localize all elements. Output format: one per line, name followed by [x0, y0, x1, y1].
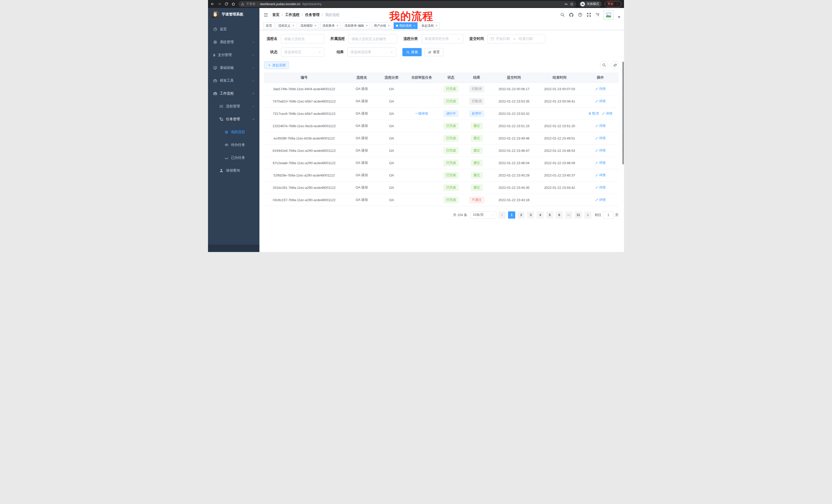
sidebar-item-system[interactable]: 系统管理	[208, 36, 259, 49]
hamburger-icon[interactable]	[263, 12, 268, 17]
refresh-table-button[interactable]	[611, 61, 619, 69]
sidebar-item-leave-query[interactable]: 请假查询	[208, 164, 259, 177]
tab-home[interactable]: 首页	[263, 22, 274, 29]
sidebar-item-label: 任务管理	[226, 117, 240, 121]
tab-label: 流程模型	[300, 24, 313, 28]
next-page-button[interactable]	[584, 212, 591, 219]
avatar-caret-icon[interactable]	[618, 17, 620, 18]
page-scrollbar[interactable]	[622, 62, 624, 164]
tab-close-icon[interactable]: ×	[337, 24, 338, 27]
tab-process-form-edit[interactable]: 流程表单-编辑×	[342, 22, 370, 29]
tab-process-form[interactable]: 流程表单×	[320, 22, 341, 29]
create-process-button[interactable]: ＋ 发起流程	[264, 61, 289, 69]
detail-link[interactable]: 详情	[595, 173, 606, 177]
detail-link[interactable]: 详情	[595, 123, 606, 128]
tab-start-process[interactable]: 发起流程×	[419, 22, 440, 29]
status-select[interactable]: 请选择状态	[281, 48, 324, 57]
cell-end-time: 2022-01-22 23:46:53	[537, 144, 582, 157]
search-button[interactable]: 搜索	[402, 48, 422, 56]
cell-id: 52ffd28e-7b9a-11ec-a290-acde48001122	[264, 169, 344, 181]
tab-close-icon[interactable]: ×	[292, 24, 294, 27]
cell-actions: 详情	[582, 144, 619, 157]
table-row: 67c2eaab-7b9a-11ec-a290-acde48001122OA 请…	[264, 157, 619, 169]
detail-link[interactable]: 详情	[595, 136, 606, 141]
tab-process-definition[interactable]: 流程定义×	[276, 22, 296, 29]
page-button-1[interactable]: 1	[508, 212, 515, 219]
process-name-input[interactable]	[281, 34, 324, 44]
tab-close-icon[interactable]: ×	[388, 24, 390, 27]
tab-user-group[interactable]: 用户分组×	[371, 22, 392, 29]
eye-icon	[225, 143, 229, 147]
sidebar-item-infra[interactable]: 基础设施	[208, 61, 259, 74]
status-badge: 进行中	[443, 110, 459, 117]
page-button-2[interactable]: 2	[518, 212, 525, 219]
submit-time-range[interactable]: 开始日期 - 结束日期	[488, 34, 545, 44]
font-size-icon[interactable]: TT	[595, 12, 599, 17]
sidebar-item-my-process[interactable]: 我的流程	[208, 125, 259, 138]
reset-button[interactable]: 重置	[424, 48, 443, 56]
github-icon[interactable]	[569, 12, 574, 17]
goto-page-input[interactable]	[603, 212, 614, 219]
incognito-badge: 无痕模式	[579, 1, 602, 7]
avatar[interactable]	[604, 10, 614, 20]
browser-back-icon[interactable]	[211, 2, 214, 6]
sidebar-item-devtools[interactable]: 研发工具	[208, 74, 259, 87]
detail-link[interactable]: 详情	[595, 198, 606, 202]
tab-process-model[interactable]: 流程模型×	[298, 22, 318, 29]
help-icon[interactable]	[578, 12, 582, 17]
detail-link[interactable]: 详情	[595, 161, 606, 165]
result-select[interactable]: 请选择流结果	[347, 48, 396, 57]
cell-end-time: 2022-01-22 23:44:42	[537, 181, 582, 194]
detail-link[interactable]: 详情	[595, 148, 606, 153]
sidebar-item-process-manage[interactable]: 流程管理	[208, 100, 259, 113]
update-button[interactable]: 更新 ⋮	[605, 1, 621, 7]
show-search-button[interactable]	[600, 61, 608, 69]
cell-end-time: 2022-01-22 23:49:51	[537, 132, 582, 144]
page-button-4[interactable]: 4	[537, 212, 544, 219]
page-button-5[interactable]: 5	[546, 212, 553, 219]
page-button-6[interactable]: 6	[555, 212, 563, 219]
tab-close-icon[interactable]: ×	[314, 24, 316, 27]
address-bar[interactable]: 不安全 dashboard.yudao.iocoder.cn/bpm/task/…	[238, 1, 576, 7]
detail-link[interactable]: 详情	[595, 87, 606, 91]
cell-status: 已完成	[439, 120, 463, 132]
browser-menu-icon[interactable]: ⋮	[616, 2, 619, 6]
page-button-3[interactable]: 3	[527, 212, 534, 219]
cancel-link[interactable]: 取消	[588, 111, 599, 116]
sidebar-item-home[interactable]: 首页	[208, 23, 259, 36]
page-size-select[interactable]: 10条/页	[470, 212, 496, 219]
column-header: 状态	[439, 73, 463, 83]
sidebar-item-done-task[interactable]: 已办任务	[208, 151, 259, 164]
tab-my-process[interactable]: 我的流程×	[394, 22, 418, 29]
bookmark-star-icon[interactable]	[570, 2, 574, 6]
app-logo-row[interactable]: 芋道管理系统	[208, 8, 259, 21]
sidebar-item-todo-task[interactable]: 待办任务	[208, 138, 259, 151]
browser-forward-icon[interactable]	[217, 2, 222, 6]
sidebar-item-task-manage[interactable]: 任务管理	[208, 113, 259, 125]
detail-link[interactable]: 详情	[595, 99, 606, 104]
current-task-link[interactable]: 一级审批	[415, 111, 428, 116]
cancel-label: 取消	[592, 111, 599, 116]
pager-ellipsis[interactable]: •••	[565, 212, 572, 219]
key-icon[interactable]	[564, 2, 568, 6]
breadcrumb-item[interactable]: 任务管理	[305, 12, 319, 17]
category-select[interactable]: 请选择流程分类	[421, 34, 463, 44]
breadcrumb-item[interactable]: 首页	[272, 12, 280, 17]
browser-reload-icon[interactable]	[225, 2, 228, 6]
sidebar-item-payment[interactable]: ¥支付管理	[208, 49, 259, 61]
page-button-11[interactable]: 11	[575, 212, 582, 219]
detail-link[interactable]: 详情	[595, 185, 606, 190]
process-def-input[interactable]	[348, 34, 397, 44]
tab-close-icon[interactable]: ×	[436, 24, 437, 27]
tab-close-icon[interactable]: ×	[366, 24, 368, 27]
tab-close-icon[interactable]: ×	[413, 24, 415, 27]
detail-link[interactable]: 详情	[602, 111, 613, 116]
browser-home-icon[interactable]	[231, 2, 235, 6]
prev-page-button[interactable]	[498, 212, 506, 219]
url-host: dashboard.yudao.iocoder.cn	[260, 2, 300, 6]
fullscreen-icon[interactable]	[587, 12, 591, 17]
breadcrumb-item[interactable]: 工作流程	[285, 12, 300, 17]
sidebar-item-workflow[interactable]: 工作流程	[208, 87, 259, 100]
search-icon[interactable]	[560, 12, 565, 17]
status-badge: 已完成	[443, 185, 459, 191]
